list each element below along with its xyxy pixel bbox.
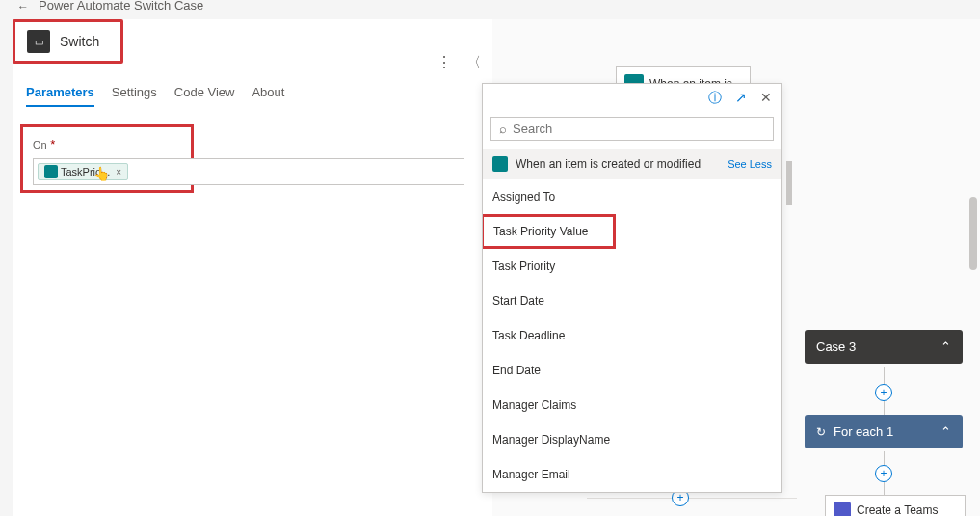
switch-action-header[interactable]: ▭ Switch (13, 19, 123, 64)
add-action-button[interactable]: + (875, 384, 892, 401)
dynamic-content-list: Assigned To Task Priority Value Task Pri… (483, 179, 781, 492)
dyn-item-startdate[interactable]: Start Date (483, 284, 781, 318)
tabs: Parameters Settings Code View About (26, 85, 492, 107)
required-asterisk: * (47, 137, 56, 151)
dyn-item-assignedto[interactable]: Assigned To (483, 179, 781, 214)
bottom-line (587, 498, 797, 499)
teams-card[interactable]: Create a Teams (825, 495, 966, 516)
dyn-item-taskpriorityvalue[interactable]: Task Priority Value (483, 214, 616, 249)
switch-label: Switch (60, 34, 99, 49)
chevron-up-icon: ⌃ (940, 424, 951, 439)
foreach-label: For each 1 (834, 424, 893, 439)
switch-icon: ▭ (27, 30, 50, 53)
loop-icon (816, 424, 826, 439)
on-field-container: On * TaskPrio... × 👆 (20, 124, 194, 193)
dyn-item-taskdeadline[interactable]: Task Deadline (483, 318, 781, 353)
sharepoint-chip-icon (44, 165, 58, 178)
case-card[interactable]: Case 3 ⌃ (805, 330, 963, 364)
category-label: When an item is created or modified (516, 157, 701, 171)
tab-parameters[interactable]: Parameters (26, 85, 94, 107)
dyn-item-enddate[interactable]: End Date (483, 353, 781, 388)
token-chip[interactable]: TaskPrio... × (38, 163, 128, 180)
sharepoint-icon (492, 156, 508, 172)
tab-about[interactable]: About (252, 85, 284, 107)
category-header[interactable]: When an item is created or modified See … (483, 149, 781, 179)
search-box[interactable]: ⌕ (490, 117, 774, 141)
info-icon[interactable]: ⓘ (708, 90, 722, 107)
connector-line (884, 367, 885, 384)
dyn-item-managerclaims[interactable]: Manager Claims (483, 388, 781, 422)
chip-remove-icon[interactable]: × (116, 167, 121, 177)
dynamic-content-panel: ⓘ ↗ ✕ ⌕ When an item is created or modif… (482, 83, 782, 493)
dyn-item-manageremail[interactable]: Manager Email (483, 457, 781, 492)
more-icon[interactable]: ⋮ (437, 53, 452, 71)
action-edit-panel: ▭ Switch ⋮ 〈 Parameters Settings Code Vi… (13, 19, 492, 516)
tab-codeview[interactable]: Code View (174, 85, 235, 107)
case-label: Case 3 (816, 339, 856, 354)
back-arrow-icon[interactable]: ← (17, 0, 29, 14)
teams-icon (834, 502, 851, 516)
add-action-button[interactable]: + (875, 465, 892, 482)
connector-line (884, 401, 885, 415)
collapse-icon[interactable]: 〈 (467, 54, 481, 71)
on-label: On (33, 139, 47, 150)
header-actions: ⋮ 〈 (437, 53, 481, 71)
expand-icon[interactable]: ↗ (735, 90, 747, 107)
cursor-icon: 👆 (93, 166, 110, 181)
page-title: Power Automate Switch Case (39, 0, 203, 13)
close-icon[interactable]: ✕ (760, 90, 772, 107)
tab-settings[interactable]: Settings (112, 85, 157, 107)
see-less-link[interactable]: See Less (728, 158, 772, 170)
dyn-item-managerdisplayname[interactable]: Manager DisplayName (483, 422, 781, 457)
search-row: ⌕ (483, 113, 781, 149)
search-icon: ⌕ (499, 122, 507, 136)
search-input[interactable] (513, 122, 765, 136)
teams-label: Create a Teams (857, 503, 939, 516)
connector-line (884, 482, 885, 496)
scrollbar-thumb[interactable] (969, 197, 977, 270)
panel-scrollbar[interactable] (786, 161, 792, 205)
connector-line (884, 451, 885, 465)
dyn-item-taskpriority[interactable]: Task Priority (483, 249, 781, 284)
foreach-card[interactable]: For each 1 ⌃ (805, 415, 963, 448)
panel-toolbar: ⓘ ↗ ✕ (483, 84, 781, 113)
chevron-up-icon: ⌃ (940, 339, 951, 354)
